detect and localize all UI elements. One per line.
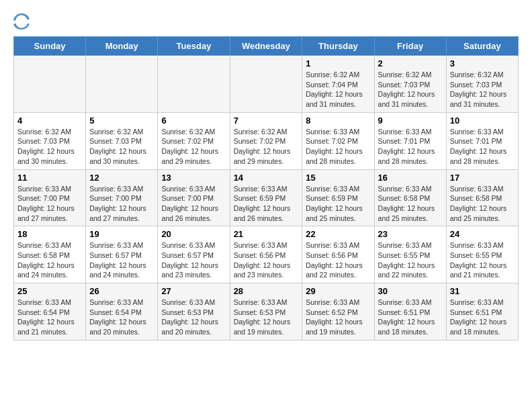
logo-icon [13,13,30,30]
day-number: 23 [378,229,443,239]
day-info: Sunrise: 6:33 AM Sunset: 6:55 PM Dayligh… [378,240,443,280]
day-number: 29 [306,286,370,296]
calendar-cell: 25Sunrise: 6:33 AM Sunset: 6:54 PM Dayli… [14,283,86,340]
day-info: Sunrise: 6:33 AM Sunset: 6:52 PM Dayligh… [306,298,370,337]
day-number: 13 [161,173,226,183]
day-number: 19 [89,229,154,239]
day-number: 1 [306,58,370,68]
calendar-cell: 19Sunrise: 6:33 AM Sunset: 6:57 PM Dayli… [86,226,158,283]
calendar-week: 18Sunrise: 6:33 AM Sunset: 6:58 PM Dayli… [14,226,519,283]
day-info: Sunrise: 6:33 AM Sunset: 6:57 PM Dayligh… [161,240,226,280]
day-number: 7 [234,116,299,126]
calendar-cell: 2Sunrise: 6:32 AM Sunset: 7:03 PM Daylig… [374,56,446,113]
day-info: Sunrise: 6:33 AM Sunset: 6:54 PM Dayligh… [17,298,82,337]
calendar-cell: 3Sunrise: 6:32 AM Sunset: 7:03 PM Daylig… [446,56,518,113]
day-number: 6 [161,116,226,126]
calendar-cell: 13Sunrise: 6:33 AM Sunset: 7:00 PM Dayli… [158,169,230,226]
day-info: Sunrise: 6:32 AM Sunset: 7:03 PM Dayligh… [89,127,154,167]
day-number: 4 [17,116,82,126]
day-number: 2 [378,58,443,68]
calendar-cell [86,56,158,113]
day-number: 26 [89,286,154,296]
calendar-cell: 7Sunrise: 6:32 AM Sunset: 7:02 PM Daylig… [230,112,302,169]
day-number: 3 [450,58,515,68]
day-info: Sunrise: 6:33 AM Sunset: 6:57 PM Dayligh… [89,240,154,280]
day-info: Sunrise: 6:32 AM Sunset: 7:03 PM Dayligh… [450,70,515,109]
day-info: Sunrise: 6:33 AM Sunset: 7:00 PM Dayligh… [17,184,82,224]
calendar-cell: 8Sunrise: 6:33 AM Sunset: 7:02 PM Daylig… [302,112,374,169]
day-info: Sunrise: 6:33 AM Sunset: 6:53 PM Dayligh… [234,298,299,337]
day-info: Sunrise: 6:33 AM Sunset: 7:02 PM Dayligh… [306,127,370,167]
day-info: Sunrise: 6:33 AM Sunset: 6:55 PM Dayligh… [450,240,515,280]
day-info: Sunrise: 6:32 AM Sunset: 7:03 PM Dayligh… [378,70,443,109]
day-info: Sunrise: 6:32 AM Sunset: 7:02 PM Dayligh… [234,127,299,167]
day-number: 10 [450,116,515,126]
day-number: 31 [450,286,515,296]
day-info: Sunrise: 6:33 AM Sunset: 6:56 PM Dayligh… [234,240,299,280]
day-number: 17 [450,173,515,183]
day-number: 21 [234,229,299,239]
day-info: Sunrise: 6:32 AM Sunset: 7:02 PM Dayligh… [161,127,226,167]
day-number: 22 [306,229,370,239]
day-info: Sunrise: 6:33 AM Sunset: 7:00 PM Dayligh… [161,184,226,224]
calendar-cell: 22Sunrise: 6:33 AM Sunset: 6:56 PM Dayli… [302,226,374,283]
day-number: 18 [17,229,82,239]
calendar-header: SundayMondayTuesdayWednesdayThursdayFrid… [14,37,519,56]
calendar-cell: 20Sunrise: 6:33 AM Sunset: 6:57 PM Dayli… [158,226,230,283]
day-info: Sunrise: 6:33 AM Sunset: 6:58 PM Dayligh… [378,184,443,224]
calendar-week: 11Sunrise: 6:33 AM Sunset: 7:00 PM Dayli… [14,169,519,226]
calendar-cell: 16Sunrise: 6:33 AM Sunset: 6:58 PM Dayli… [374,169,446,226]
calendar-cell: 18Sunrise: 6:33 AM Sunset: 6:58 PM Dayli… [14,226,86,283]
day-header: Tuesday [158,37,230,56]
calendar-cell: 17Sunrise: 6:33 AM Sunset: 6:58 PM Dayli… [446,169,518,226]
calendar-body: 1Sunrise: 6:32 AM Sunset: 7:04 PM Daylig… [14,56,519,340]
day-info: Sunrise: 6:33 AM Sunset: 6:59 PM Dayligh… [306,184,370,224]
day-header: Thursday [302,37,374,56]
day-info: Sunrise: 6:33 AM Sunset: 7:00 PM Dayligh… [89,184,154,224]
calendar-cell: 31Sunrise: 6:33 AM Sunset: 6:51 PM Dayli… [446,283,518,340]
day-number: 16 [378,173,443,183]
calendar-cell: 21Sunrise: 6:33 AM Sunset: 6:56 PM Dayli… [230,226,302,283]
day-number: 14 [234,173,299,183]
day-info: Sunrise: 6:33 AM Sunset: 6:51 PM Dayligh… [378,298,443,337]
calendar-cell: 10Sunrise: 6:33 AM Sunset: 7:01 PM Dayli… [446,112,518,169]
day-info: Sunrise: 6:33 AM Sunset: 6:51 PM Dayligh… [450,298,515,337]
day-header: Saturday [446,37,518,56]
page-header [13,13,519,30]
day-info: Sunrise: 6:32 AM Sunset: 7:04 PM Dayligh… [306,70,370,109]
day-info: Sunrise: 6:33 AM Sunset: 6:54 PM Dayligh… [89,298,154,337]
day-number: 25 [17,286,82,296]
calendar-cell [14,56,86,113]
day-number: 28 [234,286,299,296]
day-number: 5 [89,116,154,126]
calendar-cell: 4Sunrise: 6:32 AM Sunset: 7:03 PM Daylig… [14,112,86,169]
calendar-cell: 28Sunrise: 6:33 AM Sunset: 6:53 PM Dayli… [230,283,302,340]
logo [13,13,32,30]
calendar-cell [230,56,302,113]
day-info: Sunrise: 6:33 AM Sunset: 6:59 PM Dayligh… [234,184,299,224]
day-header: Sunday [14,37,86,56]
day-info: Sunrise: 6:32 AM Sunset: 7:03 PM Dayligh… [17,127,82,167]
day-number: 15 [306,173,370,183]
calendar-cell: 15Sunrise: 6:33 AM Sunset: 6:59 PM Dayli… [302,169,374,226]
calendar-table: SundayMondayTuesdayWednesdayThursdayFrid… [13,36,519,340]
day-info: Sunrise: 6:33 AM Sunset: 7:01 PM Dayligh… [378,127,443,167]
day-info: Sunrise: 6:33 AM Sunset: 6:58 PM Dayligh… [450,184,515,224]
day-number: 20 [161,229,226,239]
calendar-cell: 23Sunrise: 6:33 AM Sunset: 6:55 PM Dayli… [374,226,446,283]
calendar-week: 4Sunrise: 6:32 AM Sunset: 7:03 PM Daylig… [14,112,519,169]
calendar-cell [158,56,230,113]
day-number: 27 [161,286,226,296]
day-header: Wednesday [230,37,302,56]
day-number: 24 [450,229,515,239]
day-header: Friday [374,37,446,56]
calendar-cell: 29Sunrise: 6:33 AM Sunset: 6:52 PM Dayli… [302,283,374,340]
calendar-cell: 24Sunrise: 6:33 AM Sunset: 6:55 PM Dayli… [446,226,518,283]
day-number: 8 [306,116,370,126]
day-number: 11 [17,173,82,183]
header-row: SundayMondayTuesdayWednesdayThursdayFrid… [14,37,519,56]
calendar-cell: 27Sunrise: 6:33 AM Sunset: 6:53 PM Dayli… [158,283,230,340]
day-number: 9 [378,116,443,126]
day-info: Sunrise: 6:33 AM Sunset: 7:01 PM Dayligh… [450,127,515,167]
calendar-cell: 6Sunrise: 6:32 AM Sunset: 7:02 PM Daylig… [158,112,230,169]
